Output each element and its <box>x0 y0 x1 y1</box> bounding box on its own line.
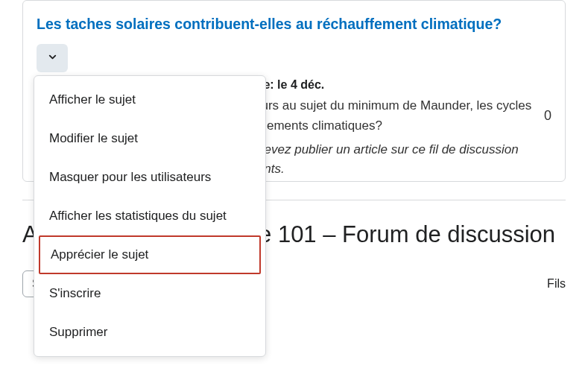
topic-actions-menu: Afficher le sujet Modifier le sujet Masq… <box>34 75 266 357</box>
menu-item-stats[interactable]: Afficher les statistiques du sujet <box>34 197 265 235</box>
menu-item-hide-users[interactable]: Masquer pour les utilisateurs <box>34 158 265 197</box>
chevron-down-icon <box>47 51 58 65</box>
reply-count: 0 <box>544 108 551 124</box>
menu-item-rate-topic[interactable]: Apprécier le sujet <box>39 235 261 274</box>
menu-item-edit-topic[interactable]: Modifier le sujet <box>34 119 265 158</box>
threads-label: Fils <box>547 277 566 291</box>
topic-actions-button[interactable] <box>37 44 68 72</box>
menu-item-subscribe[interactable]: S'inscrire <box>34 274 265 313</box>
menu-item-delete[interactable]: Supprimer <box>34 313 265 352</box>
topic-title-link[interactable]: Les taches solaires contribuent-elles au… <box>37 14 551 34</box>
menu-item-view-topic[interactable]: Afficher le sujet <box>34 80 265 119</box>
